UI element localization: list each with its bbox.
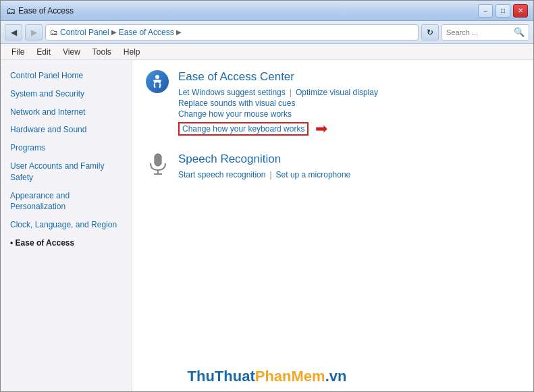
- setup-microphone-link[interactable]: Set up a microphone: [276, 170, 351, 179]
- title-bar-left: 🗂 Ease of Access: [6, 5, 74, 16]
- breadcrumb-sep-2: ▶: [176, 28, 182, 36]
- ease-section-content: Ease of Access Center Let Windows sugges…: [178, 70, 378, 139]
- ease-links-row4: Change how your keyboard works ➡: [178, 120, 378, 138]
- accessibility-svg: [150, 74, 165, 89]
- refresh-button[interactable]: ↻: [421, 24, 439, 40]
- address-bar: ◀ ▶ 🗂 Control Panel ▶ Ease of Access ▶ ↻…: [1, 21, 533, 44]
- sidebar-item-programs[interactable]: Programs: [1, 139, 132, 157]
- menu-help[interactable]: Help: [118, 45, 146, 59]
- sidebar-item-appearance[interactable]: Appearance and Personalization: [1, 187, 132, 217]
- window-title: Ease of Access: [18, 6, 74, 16]
- sidebar-item-system-security[interactable]: System and Security: [1, 85, 132, 103]
- speech-links-row: Start speech recognition | Set up a micr…: [178, 170, 350, 179]
- ease-links-row2: Replace sounds with visual cues: [178, 99, 378, 108]
- ease-section-title: Ease of Access Center: [178, 70, 378, 84]
- menu-edit[interactable]: Edit: [31, 45, 56, 59]
- speech-section-title: Speech Recognition: [178, 152, 350, 166]
- breadcrumb-control-panel[interactable]: Control Panel: [60, 28, 109, 37]
- let-windows-suggest-link[interactable]: Let Windows suggest settings: [178, 88, 286, 97]
- search-input[interactable]: [446, 28, 511, 36]
- breadcrumb-icon: 🗂: [50, 28, 58, 37]
- mic-svg: [147, 152, 169, 177]
- optimize-visual-display-link[interactable]: Optimize visual display: [296, 88, 378, 97]
- menu-bar: File Edit View Tools Help: [1, 44, 533, 60]
- folder-icon: 🗂: [6, 5, 16, 16]
- speech-recognition-section: Speech Recognition Start speech recognit…: [146, 152, 520, 181]
- right-panel: Ease of Access Center Let Windows sugges…: [132, 60, 533, 391]
- microphone-icon: [146, 152, 170, 177]
- minimize-button[interactable]: –: [478, 4, 493, 18]
- close-button[interactable]: ✕: [513, 4, 528, 18]
- start-speech-recognition-link[interactable]: Start speech recognition: [178, 170, 265, 179]
- ease-of-access-section: Ease of Access Center Let Windows sugges…: [146, 70, 520, 139]
- search-icon[interactable]: 🔍: [514, 26, 525, 38]
- watermark: ThuThuatPhanMem.vn: [188, 368, 347, 385]
- watermark-highlight: PhanMem: [255, 368, 325, 385]
- menu-file[interactable]: File: [6, 45, 30, 59]
- svg-point-0: [155, 75, 159, 79]
- ease-of-access-icon: [146, 70, 170, 94]
- change-keyboard-link[interactable]: Change how your keyboard works: [178, 122, 309, 136]
- main-content: Control Panel Home System and Security N…: [1, 60, 533, 391]
- change-mouse-link[interactable]: Change how your mouse works: [178, 109, 292, 119]
- sidebar-item-hardware-sound[interactable]: Hardware and Sound: [1, 121, 132, 139]
- sidebar-item-user-accounts[interactable]: User Accounts and Family Safety: [1, 157, 132, 187]
- watermark-suffix: .vn: [325, 368, 347, 385]
- svg-rect-1: [155, 154, 161, 166]
- speech-section-content: Speech Recognition Start speech recognit…: [178, 152, 350, 181]
- breadcrumb: 🗂 Control Panel ▶ Ease of Access ▶: [45, 24, 419, 40]
- title-bar: 🗂 Ease of Access – □ ✕: [1, 1, 533, 21]
- watermark-prefix: ThuThuat: [188, 368, 255, 385]
- breadcrumb-sep-1: ▶: [111, 28, 117, 36]
- menu-view[interactable]: View: [57, 45, 86, 59]
- sidebar: Control Panel Home System and Security N…: [1, 60, 132, 391]
- ease-section-header: Ease of Access Center Let Windows sugges…: [146, 70, 520, 139]
- sep1: |: [287, 88, 294, 97]
- breadcrumb-ease-of-access[interactable]: Ease of Access: [119, 28, 174, 37]
- sidebar-item-ease-of-access: Ease of Access: [1, 234, 132, 252]
- forward-button[interactable]: ▶: [25, 24, 43, 40]
- sidebar-item-control-panel-home[interactable]: Control Panel Home: [1, 67, 132, 85]
- ease-links-row1: Let Windows suggest settings | Optimize …: [178, 88, 378, 97]
- search-box: 🔍: [442, 24, 529, 40]
- speech-section-header: Speech Recognition Start speech recognit…: [146, 152, 520, 181]
- sidebar-item-clock-language[interactable]: Clock, Language, and Region: [1, 216, 132, 234]
- sidebar-item-network-internet[interactable]: Network and Internet: [1, 103, 132, 121]
- main-window: 🗂 Ease of Access – □ ✕ ◀ ▶ 🗂 Control Pan…: [0, 0, 534, 392]
- window-controls: – □ ✕: [478, 4, 528, 18]
- menu-tools[interactable]: Tools: [87, 45, 117, 59]
- sep2: |: [267, 170, 274, 179]
- replace-sounds-link[interactable]: Replace sounds with visual cues: [178, 99, 295, 108]
- back-button[interactable]: ◀: [5, 24, 22, 40]
- red-arrow-icon: ➡: [315, 120, 327, 138]
- ease-links-row3: Change how your mouse works: [178, 109, 378, 119]
- maximize-button[interactable]: □: [496, 4, 510, 18]
